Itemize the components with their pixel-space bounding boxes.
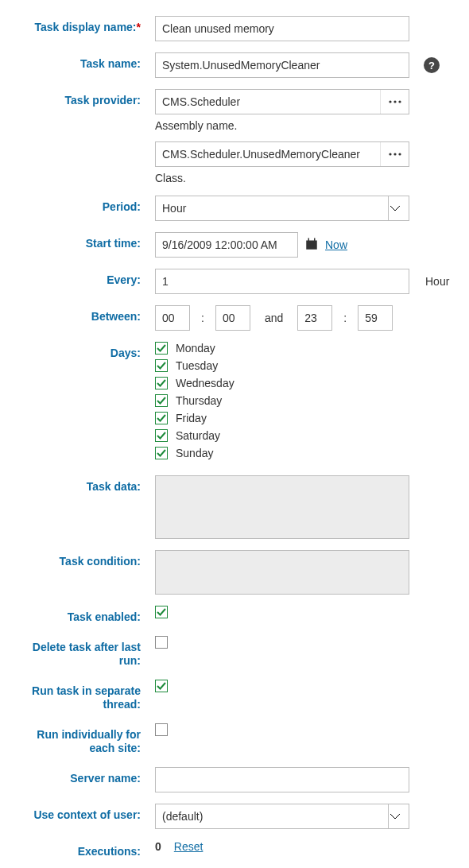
day-checkbox-sunday[interactable] (155, 447, 168, 459)
executions-value: 0 (155, 840, 161, 853)
assembly-helper: Assembly name. (155, 119, 237, 132)
day-row: Friday (155, 412, 207, 424)
task-data-textarea[interactable] (155, 475, 409, 539)
start-time-input[interactable] (155, 232, 298, 258)
between-from-hour[interactable] (155, 305, 190, 331)
day-row: Sunday (155, 447, 213, 459)
label-every: Every: (16, 269, 155, 288)
day-label: Sunday (176, 447, 213, 459)
day-label: Thursday (176, 394, 222, 407)
assembly-picker (155, 89, 409, 114)
between-from-min[interactable] (215, 305, 250, 331)
svg-point-0 (389, 100, 391, 103)
delete-after-last-run-checkbox[interactable] (155, 636, 168, 649)
svg-point-1 (393, 100, 396, 103)
day-row: Monday (155, 342, 215, 355)
task-form: Task display name:* Task name: ? Task pr… (0, 0, 469, 868)
label-task-provider: Task provider: (16, 89, 155, 108)
day-checkbox-tuesday[interactable] (155, 359, 168, 372)
reset-link[interactable]: Reset (174, 840, 203, 853)
day-label: Friday (176, 412, 207, 424)
every-unit: Hour (425, 275, 449, 288)
day-checkbox-wednesday[interactable] (155, 377, 168, 389)
day-checkbox-saturday[interactable] (155, 429, 168, 442)
required-mark: * (137, 21, 141, 33)
svg-rect-6 (308, 244, 309, 246)
help-icon[interactable]: ? (424, 57, 440, 73)
label-task-display-name: Task display name:* (16, 16, 155, 35)
label-run-individually: Run individually for each site: (16, 723, 155, 756)
between-to-hour[interactable] (297, 305, 332, 331)
now-link[interactable]: Now (325, 238, 347, 251)
label-task-data: Task data: (16, 475, 155, 494)
label-days: Days: (16, 342, 155, 361)
label-run-separate-thread: Run task in separate thread: (16, 680, 155, 712)
svg-point-4 (393, 153, 396, 155)
label-executions: Executions: (16, 840, 155, 859)
day-row: Thursday (155, 394, 222, 407)
day-label: Wednesday (176, 377, 234, 389)
label-use-context-of-user: Use context of user: (16, 804, 155, 823)
label-between: Between: (16, 305, 155, 324)
run-individually-checkbox[interactable] (155, 723, 168, 736)
class-picker (155, 141, 409, 167)
class-browse-button[interactable] (380, 142, 409, 166)
between-to-min[interactable] (358, 305, 393, 331)
server-name-input[interactable] (155, 767, 409, 792)
label-task-condition: Task condition: (16, 550, 155, 569)
task-enabled-checkbox[interactable] (155, 606, 168, 618)
svg-point-3 (389, 153, 391, 155)
day-row: Wednesday (155, 377, 234, 389)
every-input[interactable] (155, 269, 409, 294)
svg-rect-7 (311, 244, 312, 246)
label-delete-after-last-run: Delete task after last run: (16, 636, 155, 668)
calendar-icon[interactable] (304, 237, 319, 254)
assembly-browse-button[interactable] (380, 90, 409, 114)
label-task-name: Task name: (16, 52, 155, 72)
day-checkbox-friday[interactable] (155, 412, 168, 424)
task-condition-textarea[interactable] (155, 550, 409, 595)
day-checkbox-thursday[interactable] (155, 394, 168, 407)
assembly-input[interactable] (156, 90, 380, 114)
svg-point-5 (398, 153, 401, 155)
day-row: Tuesday (155, 359, 218, 372)
day-label: Saturday (176, 429, 220, 442)
label-start-time: Start time: (16, 232, 155, 251)
day-row: Saturday (155, 429, 220, 442)
run-separate-thread-checkbox[interactable] (155, 680, 168, 692)
task-name-input[interactable] (155, 52, 409, 78)
day-checkbox-monday[interactable] (155, 342, 168, 355)
day-label: Tuesday (176, 359, 218, 372)
label-period: Period: (16, 196, 155, 215)
use-context-of-user-select[interactable]: (default) (155, 804, 409, 829)
svg-point-2 (398, 100, 401, 103)
period-select[interactable]: Hour (155, 196, 409, 221)
and-label: and (265, 312, 283, 324)
svg-rect-8 (313, 244, 315, 246)
label-task-enabled: Task enabled: (16, 606, 155, 625)
class-input[interactable] (156, 142, 380, 166)
label-server-name: Server name: (16, 767, 155, 786)
class-helper: Class. (155, 172, 186, 184)
task-display-name-input[interactable] (155, 16, 409, 41)
day-label: Monday (176, 342, 215, 355)
